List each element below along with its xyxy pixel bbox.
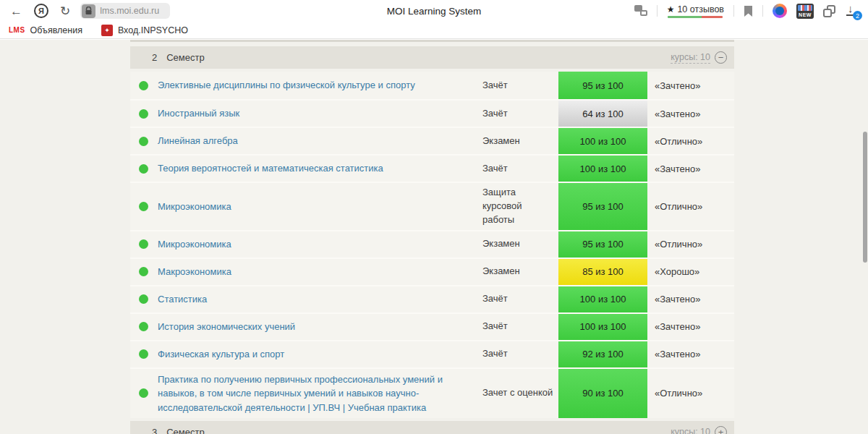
course-link[interactable]: История экономических учений — [158, 316, 482, 338]
courses-count-link[interactable]: курсы: 10 — [671, 426, 710, 434]
bookmark-announcements[interactable]: LMS Объявления — [9, 25, 82, 35]
score-badge: 100 из 100 — [558, 128, 647, 154]
expand-icon[interactable]: + — [715, 426, 727, 434]
course-link[interactable]: Статистика — [158, 289, 482, 310]
score-badge: 85 из 100 — [558, 259, 647, 285]
grade-text: «Зачтено» — [647, 80, 734, 91]
yandex-browser-icon[interactable]: Я — [34, 4, 48, 18]
bookmarks-bar: LMS Объявления ✦ Вход.INPSYCHO — [0, 22, 868, 39]
exam-type: Экзамен — [482, 262, 558, 281]
exam-type: Экзамен — [482, 234, 558, 254]
collapse-icon[interactable]: − — [715, 51, 727, 64]
grade-text: «Зачтено» — [647, 349, 734, 359]
grade-text: «Отлично» — [647, 136, 734, 147]
bookmark-inpsycho[interactable]: ✦ Вход.INPSYCHO — [101, 25, 188, 36]
lms-logo-icon: LMS — [9, 26, 25, 34]
exam-type: Экзамен — [482, 132, 558, 151]
refresh-icon[interactable]: ↻ — [60, 5, 70, 17]
course-link[interactable]: Макроэкономика — [158, 261, 482, 283]
scrollbar-thumb[interactable] — [863, 132, 867, 263]
exam-type: Зачет с оценкой — [482, 383, 558, 403]
grade-text: «Зачтено» — [647, 294, 734, 305]
course-row: Линейная алгебра Экзамен 100 из 100 «Отл… — [130, 127, 734, 154]
course-rows: Элективные дисциплины по физической куль… — [130, 72, 734, 418]
bookmark-label: Объявления — [30, 25, 82, 35]
course-row: Микроэкономика Экзамен 95 из 100 «Отличн… — [130, 230, 734, 258]
grade-text: «Отлично» — [647, 201, 734, 212]
course-row: История экономических учений Зачёт 100 и… — [130, 312, 734, 340]
semester-3-header: 3 Семестр курсы: 10 + — [130, 421, 734, 434]
course-link[interactable]: Теория вероятностей и математическая ста… — [158, 158, 482, 179]
semester-2-header: 2 Семестр курсы: 10 − — [130, 46, 734, 69]
course-link[interactable]: Иностранный язык — [158, 103, 482, 124]
toolbar-right-icons: ★ 10 отзывов NEW ↓ 2 — [634, 4, 868, 19]
status-dot-icon — [139, 322, 148, 331]
course-link[interactable]: Микроэкономика — [158, 234, 482, 255]
score-badge: 95 из 100 — [558, 231, 647, 258]
status-dot-icon — [139, 109, 148, 119]
status-dot-icon — [139, 137, 148, 146]
star-icon: ★ — [667, 4, 675, 14]
back-icon[interactable]: ← — [10, 5, 22, 17]
exam-type: Защита курсовой работы — [482, 183, 558, 230]
collections-icon[interactable] — [823, 5, 835, 17]
semester-label: Семестр — [166, 427, 204, 434]
inpsycho-logo-icon: ✦ — [101, 25, 113, 36]
new-badge: NEW — [796, 11, 814, 19]
new-extension-icon[interactable]: NEW — [796, 4, 814, 19]
status-dot-icon — [139, 239, 148, 249]
course-row: Теория вероятностей и математическая ста… — [130, 154, 734, 182]
lock-icon[interactable] — [82, 4, 95, 18]
status-dot-icon — [139, 388, 148, 398]
grades-table: 2 Семестр курсы: 10 − Элективные дисципл… — [130, 40, 734, 434]
course-row: Макроэкономика Экзамен 85 из 100 «Хорошо… — [130, 258, 734, 285]
browser-toolbar: MOI Learning System ← Я ↻ lms.moi.edu.ru… — [0, 0, 868, 22]
course-row: Статистика Зачёт 100 из 100 «Зачтено» — [130, 285, 734, 312]
grade-text: «Зачтено» — [647, 109, 734, 119]
bookmark-label: Вход.INPSYCHO — [118, 25, 188, 35]
grade-text: «Хорошо» — [647, 266, 734, 277]
semester-label: Семестр — [166, 52, 204, 63]
semester-number: 3 — [152, 427, 157, 434]
score-badge: 100 из 100 — [558, 286, 647, 312]
extension-icon[interactable] — [773, 4, 787, 18]
course-row: Иностранный язык Зачёт 64 из 100 «Зачтен… — [130, 99, 734, 127]
course-link[interactable]: Линейная алгебра — [158, 130, 482, 152]
bookmark-flag-icon[interactable] — [744, 5, 753, 17]
exam-type: Зачёт — [482, 159, 558, 179]
course-link[interactable]: Практика по получению первичных професси… — [158, 369, 482, 419]
score-badge: 90 из 100 — [558, 369, 647, 419]
status-dot-icon — [139, 81, 148, 90]
divider — [733, 5, 734, 17]
semester-number: 2 — [152, 52, 157, 63]
courses-count-link[interactable]: курсы: 10 — [671, 51, 710, 64]
status-dot-icon — [139, 202, 148, 211]
exam-type: Зачёт — [482, 289, 558, 309]
exam-type: Зачёт — [482, 76, 558, 95]
reviews-rating-bar — [668, 16, 723, 18]
exam-type: Зачёт — [482, 104, 558, 124]
downloads-icon[interactable]: ↓ 2 — [845, 4, 859, 18]
status-dot-icon — [139, 267, 148, 276]
nav-buttons: ← Я ↻ — [0, 4, 70, 18]
address-bar[interactable]: lms.moi.edu.ru — [80, 3, 170, 19]
course-link[interactable]: Микроэкономика — [158, 196, 482, 218]
status-dot-icon — [139, 164, 148, 174]
score-badge: 64 из 100 — [558, 101, 647, 127]
divider — [657, 5, 658, 17]
status-dot-icon — [139, 349, 148, 359]
reviews-widget[interactable]: ★ 10 отзывов — [667, 4, 724, 18]
score-badge: 95 из 100 — [558, 72, 647, 99]
score-badge: 92 из 100 — [558, 341, 647, 367]
score-badge: 95 из 100 — [558, 183, 647, 230]
course-link[interactable]: Элективные дисциплины по физической куль… — [158, 75, 482, 96]
grade-text: «Зачтено» — [647, 163, 734, 174]
previous-section-edge — [130, 40, 734, 42]
course-link[interactable]: Физическая культура и спорт — [158, 344, 482, 365]
divider — [762, 5, 763, 17]
feedback-icon[interactable] — [634, 5, 647, 17]
course-row: Элективные дисциплины по физической куль… — [130, 72, 734, 99]
course-row: Физическая культура и спорт Зачёт 92 из … — [130, 340, 734, 367]
grade-text: «Отлично» — [647, 239, 734, 250]
score-badge: 100 из 100 — [558, 156, 647, 182]
